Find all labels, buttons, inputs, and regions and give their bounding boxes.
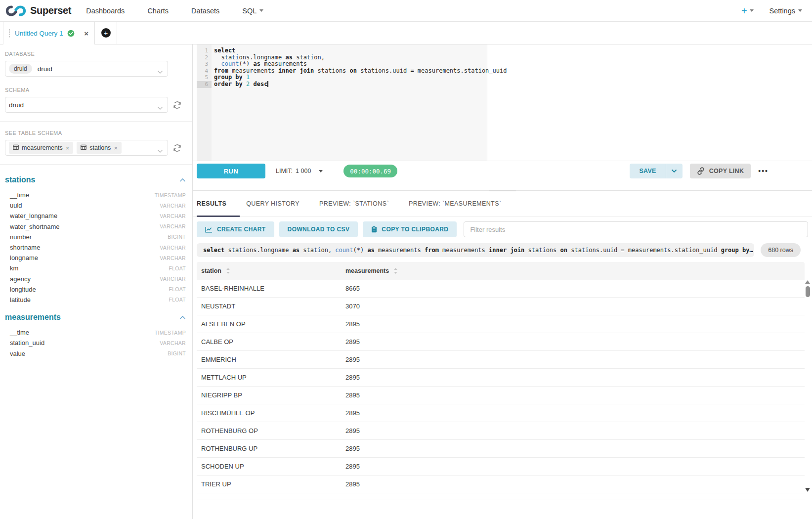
run-button[interactable]: RUN (197, 164, 265, 178)
column-name: longitude (10, 286, 169, 293)
scrollbar-thumb[interactable] (806, 286, 810, 297)
more-menu-icon[interactable]: ••• (758, 167, 769, 175)
table-row-partial (197, 493, 805, 500)
schema-column-row: longnameVARCHAR (0, 253, 192, 263)
action-buttons: CREATE CHARTDOWNLOAD TO CSVCOPY TO CLIPB… (197, 221, 457, 237)
sort-icon[interactable] (226, 267, 230, 274)
scroll-up-icon[interactable] (805, 278, 810, 284)
measurements-cell: 2895 (341, 374, 805, 381)
database-select[interactable]: druid druid (5, 61, 168, 77)
station-cell: CALBE OP (197, 338, 341, 346)
editor-code[interactable]: select stations.longname as station, cou… (212, 44, 812, 161)
table-icon (13, 143, 19, 152)
pane-splitter (193, 181, 812, 191)
schema-column-row: valueBIGINT (0, 348, 192, 358)
column-type: FLOAT (169, 297, 186, 303)
nav-item-label: SQL (242, 7, 256, 15)
chevron-down-icon (157, 103, 163, 112)
scroll-down-icon[interactable] (805, 488, 810, 494)
query-tab[interactable]: Untitled Query 1 × (3, 22, 95, 44)
column-header-station[interactable]: station (197, 267, 341, 274)
nav-item-sql[interactable]: SQL (242, 7, 263, 15)
remove-chip-icon[interactable]: × (66, 145, 70, 151)
refresh-tables-icon[interactable] (172, 143, 182, 153)
code-line: count(*) as measurements (214, 61, 812, 68)
tab-results[interactable]: RESULTS (197, 191, 240, 216)
copy-link-button[interactable]: COPY LINK (690, 164, 751, 178)
station-cell: METTLACH UP (197, 374, 341, 381)
add-tab-area: + (95, 22, 117, 44)
collapse-icon[interactable] (179, 313, 186, 322)
code-line: from measurements inner join stations on… (214, 68, 812, 75)
see-table-schema-label: SEE TABLE SCHEMA (5, 130, 192, 136)
sort-icon[interactable] (393, 267, 398, 274)
superset-brand[interactable]: Superset (6, 5, 71, 17)
column-type: VARCHAR (160, 203, 186, 209)
table-row: EMMERICH2895 (197, 351, 805, 369)
new-item-button[interactable]: + (741, 6, 754, 16)
schema-table-measurements: measurements__timeTIMESTAMPstation_uuidV… (0, 310, 192, 359)
tab-preview-measurements[interactable]: PREVIEW: `MEASUREMENTS` (409, 191, 514, 216)
table-row: ROTHENBURG UP2895 (197, 440, 805, 458)
schema-table-name[interactable]: measurements (5, 313, 179, 322)
results-scrollbar[interactable] (805, 278, 810, 494)
column-header-label: station (201, 267, 221, 274)
nav-item-dashboards[interactable]: Dashboards (86, 7, 125, 15)
measurements-cell: 2895 (341, 480, 805, 488)
column-type: VARCHAR (160, 255, 186, 261)
station-cell: RISCHMÜHLE OP (197, 409, 341, 417)
results-body: BASEL-RHEINHALLE8665NEUSTADT3070ALSLEBEN… (197, 280, 805, 500)
filter-results-input[interactable] (464, 221, 808, 237)
tab-query-history[interactable]: QUERY HISTORY (246, 191, 313, 216)
copy-to-clipboard-button[interactable]: COPY TO CLIPBOARD (363, 221, 457, 237)
settings-menu[interactable]: Settings (769, 7, 802, 15)
schema-column-row: water_shortnameVARCHAR (0, 221, 192, 232)
table-chip-label: stations (89, 144, 111, 151)
table-row: RISCHMÜHLE OP2895 (197, 404, 805, 422)
column-type: TIMESTAMP (155, 192, 186, 198)
measurements-cell: 2895 (341, 463, 805, 470)
save-button[interactable]: SAVE (630, 164, 665, 178)
schema-table-stations: stations__timeTIMESTAMPuuidVARCHARwater_… (0, 173, 192, 305)
create-chart-button[interactable]: CREATE CHART (197, 221, 274, 237)
remove-chip-icon[interactable]: × (114, 145, 118, 151)
table-schema-select[interactable]: measurements×stations× (5, 140, 168, 156)
measurements-cell: 2895 (341, 320, 805, 328)
line-number: 2 (197, 54, 212, 61)
nav-menu: DashboardsChartsDatasetsSQL (86, 7, 286, 15)
editor-gutter: 123456 (197, 44, 212, 161)
nav-item-datasets[interactable]: Datasets (191, 7, 219, 15)
station-cell: SCHODEN UP (197, 463, 341, 470)
caret-down-icon (798, 9, 802, 14)
tab-preview-stations[interactable]: PREVIEW: `STATIONS` (319, 191, 402, 216)
table-icon (81, 143, 86, 152)
drag-handle-icon[interactable] (8, 29, 10, 38)
nav-item-label: Dashboards (86, 7, 125, 15)
column-header-measurements[interactable]: measurements (341, 267, 805, 274)
column-name: shortname (10, 244, 160, 251)
query-tab-strip: Untitled Query 1 × + (0, 22, 812, 44)
sql-editor[interactable]: 123456 select stations.longname as stati… (197, 44, 812, 161)
schema-column-row: water_longnameVARCHAR (0, 211, 192, 221)
add-tab-button[interactable]: + (101, 28, 111, 38)
close-tab-icon[interactable]: × (84, 30, 88, 37)
collapse-icon[interactable] (179, 175, 186, 184)
column-type: TIMESTAMP (155, 330, 186, 336)
code-line: select (214, 47, 812, 54)
limit-control[interactable]: LIMIT: 1 000 (276, 168, 323, 174)
download-to-csv-button[interactable]: DOWNLOAD TO CSV (279, 221, 358, 237)
schema-column-row: shortnameVARCHAR (0, 242, 192, 253)
schema-table-header: stations (0, 173, 192, 187)
results-pane: RESULTSQUERY HISTORYPREVIEW: `STATIONS`P… (193, 191, 812, 500)
action-label: DOWNLOAD TO CSV (288, 226, 350, 233)
refresh-schemas-icon[interactable] (172, 100, 182, 110)
column-name: water_shortname (10, 223, 160, 230)
station-cell: ROTHENBURG OP (197, 427, 341, 434)
column-type: VARCHAR (160, 276, 186, 282)
nav-item-charts[interactable]: Charts (147, 7, 169, 15)
schema-table-name[interactable]: stations (5, 175, 179, 184)
schema-select[interactable]: druid (5, 97, 168, 113)
column-name: km (10, 264, 169, 272)
station-cell: NIEGRIPP BP (197, 391, 341, 399)
save-dropdown-button[interactable] (666, 164, 683, 178)
